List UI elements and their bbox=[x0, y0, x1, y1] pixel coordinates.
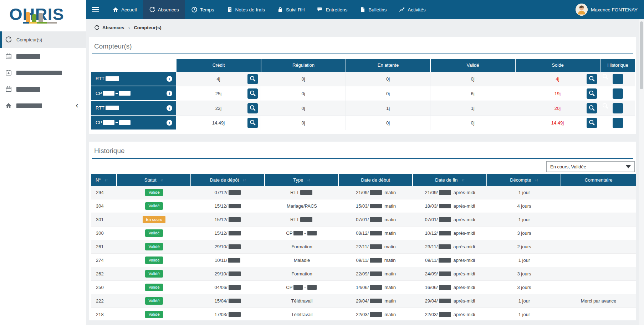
history-cell bbox=[600, 116, 635, 130]
regulation-cell: 0j bbox=[261, 101, 346, 116]
end-cell: 29/04/après-midi bbox=[413, 294, 487, 308]
sort-icon[interactable]: ↓↑ bbox=[242, 177, 246, 182]
sidebar-item-redacted-3[interactable] bbox=[0, 81, 86, 97]
status-cell: Validé bbox=[117, 281, 191, 294]
table-row: 222 Validé 15/04/ Télétravail 29/04/mati… bbox=[91, 294, 636, 308]
num-cell: 304 bbox=[91, 199, 117, 213]
magnifier-button[interactable] bbox=[247, 88, 258, 99]
magnifier-button[interactable] bbox=[587, 118, 597, 128]
sidebar-item-redacted-1[interactable] bbox=[0, 49, 86, 64]
redacted-text bbox=[119, 91, 131, 96]
balance-cell: 14.49j bbox=[515, 116, 600, 130]
deposit-cell: 07/12/ bbox=[191, 186, 265, 199]
comment-cell bbox=[561, 267, 636, 281]
nav-item-suivi-rh[interactable]: Suivi RH bbox=[271, 0, 311, 19]
history-cell bbox=[600, 101, 635, 116]
redacted-text bbox=[370, 299, 382, 303]
sort-icon[interactable]: ↓↑ bbox=[535, 177, 538, 182]
nav-item-temps[interactable]: Temps bbox=[185, 0, 220, 19]
end-cell: 22/03/après-midi bbox=[413, 308, 487, 320]
nav-item-absences[interactable]: Absences bbox=[143, 0, 185, 19]
magnifier-button[interactable] bbox=[247, 118, 258, 128]
title-underline bbox=[92, 54, 633, 54]
deposit-cell: 29/10/ bbox=[191, 267, 265, 281]
history-card: Historique En cours, Validée N°↓↑ Statut… bbox=[89, 142, 636, 320]
status-filter-select[interactable]: En cours, Validée bbox=[546, 161, 635, 172]
counters-title: Compteur(s) bbox=[89, 37, 636, 51]
breadcrumb-section[interactable]: Absences bbox=[102, 25, 124, 30]
comment-cell bbox=[561, 254, 636, 267]
magnifier-button[interactable] bbox=[613, 74, 623, 84]
magnifier-button[interactable] bbox=[613, 88, 623, 99]
column-header-num[interactable]: N°↓↑ bbox=[91, 174, 117, 186]
sort-icon[interactable]: ↓↑ bbox=[160, 177, 163, 182]
sort-icon[interactable]: ↓↑ bbox=[307, 177, 310, 182]
breadcrumb-page[interactable]: Compteur(s) bbox=[134, 25, 161, 30]
column-header-statut[interactable]: Statut↓↑ bbox=[117, 174, 191, 186]
magnifier-button[interactable] bbox=[587, 74, 597, 84]
nav-item-notes-de-frais[interactable]: Notes de frais bbox=[220, 0, 271, 19]
comment-cell bbox=[561, 199, 636, 213]
nav-item-activites[interactable]: Activités bbox=[393, 0, 431, 19]
start-cell: 14/06/matin bbox=[339, 281, 413, 294]
magnifier-button[interactable] bbox=[247, 103, 258, 113]
hamburger-menu-icon[interactable] bbox=[92, 6, 99, 13]
column-header-type[interactable]: Type↓↑ bbox=[265, 174, 339, 186]
redacted-text bbox=[439, 285, 451, 290]
logo-figure-gray bbox=[39, 13, 43, 22]
info-icon[interactable]: i bbox=[167, 91, 172, 96]
sidebar-item-redacted-2[interactable] bbox=[0, 65, 86, 81]
magnifier-button[interactable] bbox=[247, 74, 258, 84]
logo-baseline bbox=[23, 22, 57, 24]
end-cell: 09/11/après-midi bbox=[413, 254, 487, 267]
counter-row: CP i 25j 0j 0j 6j 19j bbox=[91, 86, 635, 101]
sidebar-collapse-chevron[interactable]: ‹ bbox=[76, 101, 78, 109]
magnifier-button[interactable] bbox=[587, 88, 597, 99]
start-cell: 22/09/matin bbox=[339, 267, 413, 281]
nav-item-entretiens[interactable]: Entretiens bbox=[311, 0, 353, 19]
counters-card: Compteur(s) Crédit Régulation En attente… bbox=[89, 37, 636, 134]
column-header-fin[interactable]: Date de fin↓↑ bbox=[413, 174, 487, 186]
redacted-text bbox=[103, 120, 114, 125]
sidebar-item-compteurs[interactable]: Compteur(s) bbox=[0, 31, 86, 48]
home-icon bbox=[5, 102, 13, 109]
magnifier-button[interactable] bbox=[613, 118, 623, 128]
count-cell: 3 jours bbox=[487, 267, 561, 281]
chat-icon bbox=[317, 6, 323, 13]
magnifier-icon bbox=[600, 116, 610, 126]
scrollbar-thumb[interactable] bbox=[640, 21, 643, 89]
column-header-depot[interactable]: Date de dépôt↓↑ bbox=[191, 174, 265, 186]
info-icon[interactable]: i bbox=[167, 76, 172, 82]
sidebar-item-redacted-4[interactable] bbox=[0, 98, 86, 113]
user-menu[interactable]: Maxence FONTENAY bbox=[576, 0, 644, 19]
sort-icon[interactable]: ↓↑ bbox=[104, 177, 108, 182]
type-cell: Formation bbox=[265, 240, 339, 254]
column-header-decompte[interactable]: Décompte↓↑ bbox=[487, 174, 561, 186]
nav-item-bulletins[interactable]: Bulletins bbox=[353, 0, 393, 19]
redacted-text bbox=[293, 231, 303, 235]
nav-item-accueil[interactable]: Accueil bbox=[106, 0, 143, 19]
column-header-pending: En attente bbox=[346, 59, 430, 72]
redacted-text bbox=[307, 231, 317, 235]
magnifier-icon bbox=[247, 103, 258, 113]
num-cell: 222 bbox=[91, 294, 117, 308]
column-header-validated: Validé bbox=[430, 59, 515, 72]
status-cell: Validé bbox=[117, 186, 191, 199]
num-cell: 262 bbox=[91, 267, 117, 281]
counters-table-body: RTT i 4j 0j 0j 0j 4j bbox=[91, 72, 635, 130]
magnifier-button[interactable] bbox=[613, 103, 623, 113]
calendar-grid-icon bbox=[5, 53, 13, 60]
status-cell: Validé bbox=[117, 199, 191, 213]
info-icon[interactable]: i bbox=[167, 120, 172, 126]
magnifier-button[interactable] bbox=[587, 103, 597, 113]
end-cell: 10/12/après-midi bbox=[413, 227, 487, 240]
calendar-add-icon bbox=[5, 69, 13, 76]
column-header-regulation: Régulation bbox=[261, 59, 346, 72]
redacted-text bbox=[229, 271, 241, 276]
status-badge: Validé bbox=[145, 257, 163, 264]
info-icon[interactable]: i bbox=[167, 105, 172, 111]
deposit-cell: 15/04/ bbox=[191, 294, 265, 308]
sort-icon[interactable]: ↓↑ bbox=[461, 177, 464, 182]
vertical-scrollbar[interactable] bbox=[639, 19, 644, 325]
breadcrumb-separator: › bbox=[128, 25, 130, 31]
